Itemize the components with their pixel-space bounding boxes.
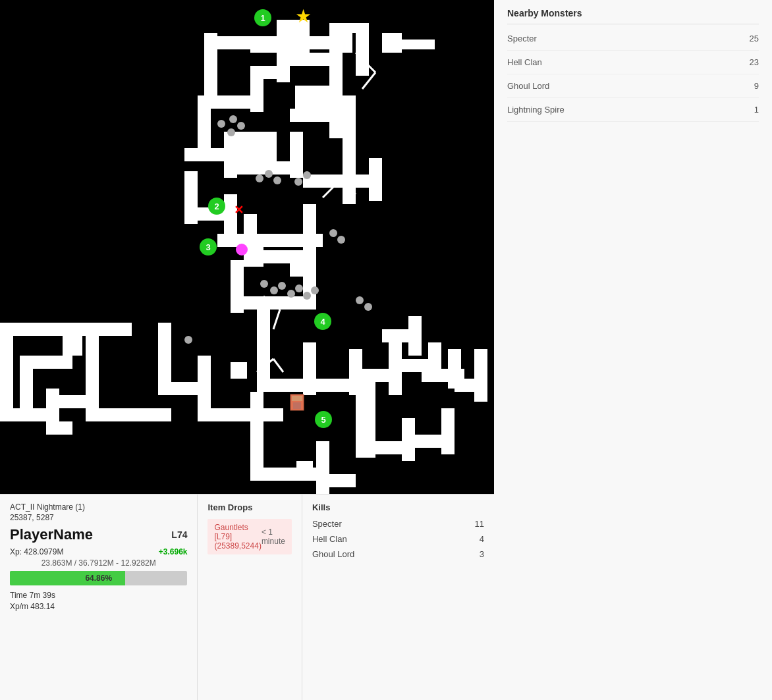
item-drops-title: Item Drops <box>207 502 291 512</box>
waypoint-5[interactable]: 5 <box>315 411 332 428</box>
svg-rect-65 <box>86 323 99 421</box>
svg-rect-18 <box>290 132 303 178</box>
nearby-monsters-title: Nearby Monsters <box>507 8 759 24</box>
player-name-row: PlayerName L74 <box>10 526 187 543</box>
nearby-monster-0: Specter 25 <box>507 34 759 51</box>
player-icon <box>288 392 306 413</box>
svg-rect-36 <box>369 158 382 201</box>
svg-rect-7 <box>204 33 217 99</box>
nearby-monster-2: Ghoul Lord 9 <box>507 81 759 98</box>
waypoint-2[interactable]: 2 <box>208 198 225 215</box>
waypoint-1[interactable]: 1 <box>254 9 271 26</box>
svg-rect-97 <box>292 396 302 401</box>
player-info: ACT_II Nightmare (1) 25387, 5287 PlayerN… <box>0 495 198 700</box>
svg-rect-92 <box>63 336 82 356</box>
svg-rect-62 <box>46 389 59 421</box>
svg-rect-6 <box>356 23 369 76</box>
kills-count-2: 3 <box>480 549 484 559</box>
svg-rect-77 <box>441 408 455 454</box>
svg-rect-95 <box>296 461 313 477</box>
bottom-panel: ACT_II Nightmare (1) 25387, 5287 PlayerN… <box>0 494 494 700</box>
svg-rect-93 <box>290 260 306 277</box>
monster-dot <box>265 170 273 178</box>
svg-rect-55 <box>474 349 487 402</box>
svg-rect-11 <box>277 53 290 82</box>
monster-dot <box>227 128 235 136</box>
svg-rect-49 <box>408 316 422 356</box>
waypoint-3[interactable]: 3 <box>200 238 217 256</box>
act-info: ACT_II Nightmare (1) <box>10 502 187 512</box>
kills-monster-0: Specter <box>312 519 342 529</box>
monster-dot <box>217 120 225 128</box>
nearby-monster-name-2: Ghoul Lord <box>507 81 549 91</box>
main-container: ★ 1 2 3 4 5 ✕ <box>0 0 772 700</box>
nearby-monster-count-3: 1 <box>754 105 759 115</box>
nearby-monster-name-1: Hell Clan <box>507 57 542 67</box>
player-name: PlayerName <box>10 526 93 543</box>
xp-row: Xp: 428.0979M +3.696k <box>10 547 187 556</box>
monster-dot <box>256 175 263 182</box>
drop-item-name: Gauntlets [L79] (25389,5244) <box>214 523 261 551</box>
monster-dot <box>229 115 237 123</box>
xp-detail: 23.863M / 36.7912M - 12.9282M <box>10 558 187 568</box>
monster-dot <box>260 280 268 288</box>
svg-rect-9 <box>250 79 263 112</box>
nearby-monster-name-3: Lightning Spire <box>507 105 565 115</box>
drop-item-time: < 1 minute <box>262 527 285 546</box>
monster-dot <box>294 178 302 186</box>
svg-line-91 <box>273 359 283 372</box>
monster-dot <box>337 236 345 244</box>
svg-rect-22 <box>231 132 277 168</box>
kills-row-0: Specter 11 <box>312 519 484 529</box>
kills-row-2: Ghoul Lord 3 <box>312 549 484 559</box>
nearby-monster-count-2: 9 <box>754 81 759 91</box>
kills-count-1: 4 <box>480 534 484 544</box>
svg-rect-81 <box>316 474 356 487</box>
svg-rect-66 <box>86 408 171 421</box>
time-row: Time 7m 39s <box>10 591 187 600</box>
monster-dot <box>273 176 281 184</box>
kills-row-1: Hell Clan 4 <box>312 534 484 544</box>
kills-monster-2: Ghoul Lord <box>312 549 354 559</box>
item-drops-panel: Item Drops Gauntlets [L79] (25389,5244) … <box>198 495 302 700</box>
waypoint-4[interactable]: 4 <box>314 313 331 330</box>
monster-dot <box>287 290 295 298</box>
coords: 25387, 5287 <box>10 513 187 522</box>
map-area[interactable]: ★ 1 2 3 4 5 ✕ <box>0 0 494 494</box>
svg-rect-41 <box>257 310 270 389</box>
svg-rect-63 <box>46 421 72 435</box>
xpm-row: Xp/m 483.14 <box>10 602 187 611</box>
svg-line-89 <box>273 310 280 329</box>
monster-dot <box>303 171 311 179</box>
nearby-monster-3: Lightning Spire 1 <box>507 105 759 122</box>
xp-bar-container: 64.86% <box>10 571 187 585</box>
monster-dot <box>295 284 303 292</box>
nearby-monster-count-1: 23 <box>750 57 759 67</box>
svg-rect-56 <box>0 323 132 336</box>
svg-rect-23 <box>295 86 331 122</box>
left-panel: ★ 1 2 3 4 5 ✕ <box>0 0 494 700</box>
monster-dot <box>184 336 192 344</box>
monster-dot <box>303 292 311 300</box>
monster-dot <box>364 303 372 311</box>
svg-rect-98 <box>293 402 301 409</box>
kills-panel: Kills Specter 11 Hell Clan 4 Ghoul Lord … <box>302 495 494 700</box>
svg-rect-24 <box>329 102 356 138</box>
monster-dot <box>270 286 278 294</box>
monster-dot <box>356 296 364 304</box>
svg-rect-94 <box>231 362 247 379</box>
xp-gain: +3.696k <box>159 547 188 556</box>
xp-bar-label: 64.86% <box>85 574 112 583</box>
monster-dot <box>237 122 245 130</box>
nearby-monster-1: Hell Clan 23 <box>507 57 759 74</box>
svg-rect-83 <box>395 40 435 49</box>
svg-rect-14 <box>198 102 211 155</box>
monster-dot <box>329 229 337 237</box>
right-panel: Nearby Monsters Specter 25 Hell Clan 23 … <box>494 0 772 700</box>
pink-dot-marker <box>236 244 248 256</box>
player-level: L74 <box>171 529 187 540</box>
svg-rect-47 <box>389 342 402 395</box>
quest-star: ★ <box>295 5 312 27</box>
kills-monster-1: Hell Clan <box>312 534 347 544</box>
kills-count-0: 11 <box>475 519 484 529</box>
